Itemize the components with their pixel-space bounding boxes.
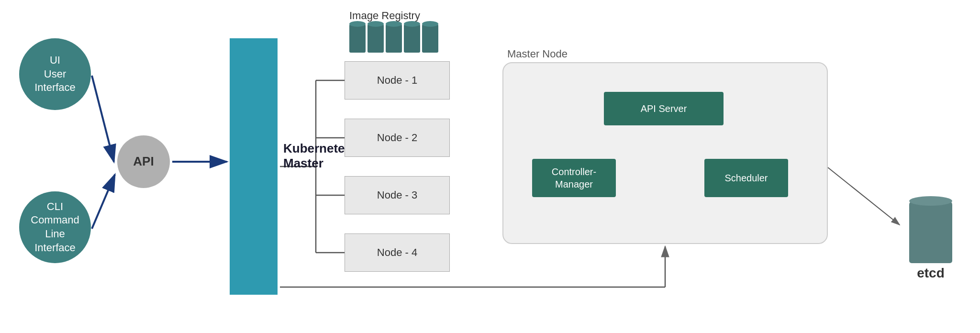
etcd-label: etcd — [917, 266, 945, 281]
etcd-cylinder — [909, 201, 952, 263]
svg-line-2 — [92, 76, 114, 162]
node-3-label: Node - 3 — [377, 189, 417, 201]
svg-line-3 — [92, 175, 115, 229]
image-registry-label: Image Registry — [349, 10, 420, 22]
kubernetes-master-label: KubernetesMaster — [283, 141, 352, 171]
node-4-label: Node - 4 — [377, 246, 417, 259]
registry-cylinder-5 — [422, 24, 438, 53]
registry-cylinder-1 — [349, 24, 366, 53]
registry-cylinder-4 — [404, 24, 420, 53]
ui-circle-label: UIUserInterface — [34, 54, 76, 95]
node-1-label: Node - 1 — [377, 74, 417, 87]
master-node-label: Master Node — [507, 48, 568, 60]
scheduler-box: Scheduler — [704, 159, 788, 197]
ui-circle: UIUserInterface — [19, 38, 91, 110]
node-2-box: Node - 2 — [345, 119, 450, 157]
api-server-box: API Server — [604, 92, 724, 125]
cli-circle-label: CLICommandLineInterface — [31, 200, 79, 255]
node-1-box: Node - 1 — [345, 61, 450, 100]
controller-manager-box: Controller-Manager — [532, 159, 616, 197]
api-circle: API — [117, 135, 170, 188]
registry-cylinder-3 — [386, 24, 402, 53]
node-4-box: Node - 4 — [345, 233, 450, 272]
api-server-label: API Server — [641, 102, 687, 115]
kubernetes-architecture-diagram: UIUserInterface CLICommandLineInterface … — [0, 0, 980, 333]
etcd-container: etcd — [909, 201, 952, 281]
node-2-label: Node - 2 — [377, 132, 417, 144]
image-registry-cylinders — [349, 24, 438, 53]
master-node-container: API Server Controller-Manager Scheduler — [502, 62, 828, 244]
svg-line-18 — [828, 167, 900, 225]
controller-manager-label: Controller-Manager — [552, 166, 596, 190]
api-circle-label: API — [133, 154, 154, 170]
kubernetes-master-bar — [230, 38, 278, 295]
scheduler-label: Scheduler — [724, 172, 768, 184]
registry-cylinder-2 — [368, 24, 384, 53]
node-3-box: Node - 3 — [345, 176, 450, 214]
cli-circle: CLICommandLineInterface — [19, 191, 91, 263]
